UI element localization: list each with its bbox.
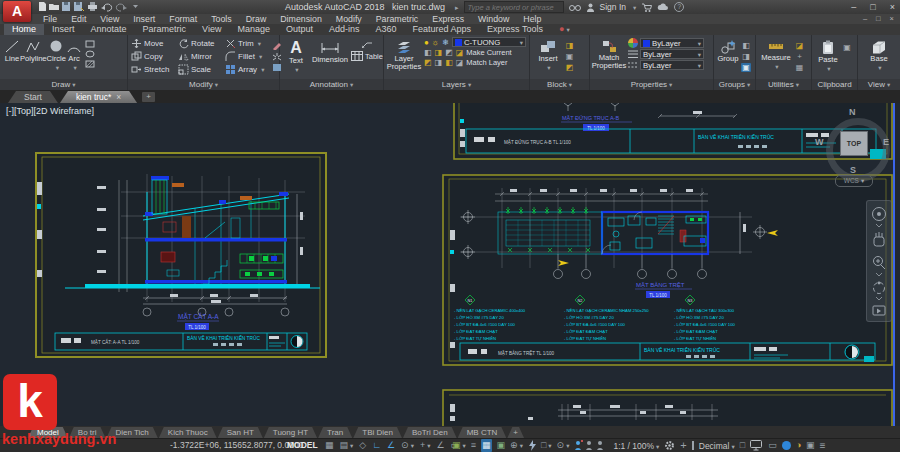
annotation-monitor-icon[interactable]: ≡ [471,439,476,452]
tab-home[interactable]: Home [4,24,44,35]
tab-view[interactable]: View [194,24,229,35]
move-button[interactable]: Move [131,38,178,49]
linetype-select[interactable]: ByLayer [640,60,704,70]
a360-status-icon[interactable] [782,441,791,450]
hatch-tool-icon[interactable] [85,60,95,68]
table-button[interactable]: Table [351,51,383,61]
object-color-select[interactable]: ByLayer [640,38,704,48]
infer-constraints-icon[interactable]: ◇ [359,439,366,452]
minimize-button[interactable]: – [851,0,856,14]
line-button[interactable]: Line [4,36,20,72]
graphics-performance-icon[interactable] [528,440,536,451]
hatch-bg-icon[interactable]: ▦ [481,439,492,452]
gear-icon[interactable] [664,440,675,451]
layer-tool-icon-7[interactable]: ◧ [445,58,453,67]
ortho-mode-icon[interactable]: ∟ [372,439,381,452]
menu-parametric[interactable]: Parametric [369,14,426,24]
panel-label-clipboard[interactable]: Clipboard [812,79,857,90]
cart-icon[interactable] [641,3,652,12]
tab-parametric[interactable]: Parametric [135,24,195,35]
quick-properties-icon[interactable]: □ [740,439,745,452]
drawing-canvas[interactable]: [-][Top][2D Wireframe] [0,103,900,426]
panel-label-block[interactable]: Block [530,79,589,90]
tab-featured-apps[interactable]: Featured Apps [405,24,480,35]
snap-mode-icon[interactable]: ▤ [340,439,354,452]
viewcube-top-face[interactable]: TOP [840,131,868,156]
panel-label-utilities[interactable]: Utilities [756,79,811,90]
tab-annotate[interactable]: Annotate [83,24,135,35]
time-icon[interactable]: ⊙ [557,439,570,452]
layer-tool-icon-1[interactable]: ◧ [424,48,432,57]
panel-label-layers[interactable]: Layers [384,79,529,90]
scale-button[interactable]: Scale [178,64,225,75]
panel-label-modify[interactable]: Modify [128,79,279,90]
units-cube-icon[interactable]: ▣ [497,439,506,452]
tab-manage[interactable]: Manage [229,24,278,35]
viewcube-north[interactable]: N [849,107,856,117]
trim-button[interactable]: Trim [225,38,272,49]
layer-select[interactable]: C-TUONG [452,37,526,47]
block-edit-icon[interactable]: ▣ [566,52,574,61]
object-snap-icon[interactable]: ∠ [436,439,444,452]
idpoint-icon[interactable]: ◪ [796,41,804,50]
measure-button[interactable]: Measure [759,37,793,72]
match-layer-button[interactable]: Match Layer [466,58,507,67]
lineweight-select[interactable]: ByLayer [640,49,704,59]
menu-dimension[interactable]: Dimension [273,14,329,24]
make-current-button[interactable]: Make Current [466,48,511,57]
fillet-button[interactable]: Fillet [225,51,272,62]
layout-tab-san-ht[interactable]: San HT [218,427,263,438]
menu-format[interactable]: Format [162,14,204,24]
block-sync-icon[interactable]: ◩ [566,63,574,72]
file-tab-start[interactable]: Start [8,91,58,103]
tab-addins[interactable]: Add-ins [321,24,368,35]
layer-tool-icon-8[interactable]: ◪ [456,58,464,67]
layout-tab-tuong-ht[interactable]: Tuong HT [264,427,317,438]
panel-label-annotation[interactable]: Annotation [280,79,383,90]
menu-tools[interactable]: Tools [204,14,239,24]
mirror-button[interactable]: Mirror [178,51,225,62]
rotate-button[interactable]: Rotate [178,38,225,49]
copy-button[interactable]: Copy [131,51,178,62]
layout-tab-botri-den[interactable]: BoTri Den [403,427,457,438]
viewcube[interactable]: N W E S TOP WCS [813,107,893,187]
group-edit-icon[interactable]: ◨ [742,52,750,61]
viewcube-east[interactable]: E [883,137,889,147]
search-binoculars-icon[interactable] [569,3,581,12]
qat-icons[interactable] [38,1,138,12]
new-layout-button[interactable]: + [507,427,524,438]
units-button[interactable]: Decimal [699,441,735,451]
monitor-icon[interactable] [750,440,763,451]
layout-tab-kich-thuoc[interactable]: Kich Thuoc [159,427,217,438]
viewport-controls[interactable]: [-][Top][2D Wireframe] [6,106,94,116]
panel-label-properties[interactable]: Properties [590,79,713,90]
doc-close-icon[interactable]: × [890,14,894,24]
layer-on-icon[interactable]: ● [424,38,429,47]
array-button[interactable]: Array [225,64,272,75]
leader-tool-icon[interactable] [361,41,373,49]
annotation-visibility-icons[interactable] [574,440,608,451]
circle-button[interactable]: Circle [47,36,66,72]
sign-in-button[interactable]: Sign In [600,2,626,12]
search-input[interactable] [464,1,564,13]
a360-cloud-icon[interactable] [657,3,669,11]
infocenter-arrow-icon[interactable]: ▸ [455,1,459,14]
customization-menu-icon[interactable]: ≡ [820,439,826,452]
layer-thaw-icon[interactable]: ☼ [432,38,439,47]
arc-button[interactable]: Arc [66,36,82,72]
viewcube-west[interactable]: W [815,137,824,147]
menu-view[interactable]: View [93,14,126,24]
tab-a360[interactable]: A360 [368,24,405,35]
tray-icon[interactable]: ▭ [768,439,777,452]
globe-icon[interactable]: ⊕ [510,439,523,452]
layout-tab-tbi-dien[interactable]: TBi Dien [353,427,402,438]
menu-express[interactable]: Express [425,14,471,24]
menu-draw[interactable]: Draw [239,14,274,24]
panel-label-draw[interactable]: Draw [0,79,127,90]
tab-express-tools[interactable]: Express Tools [479,24,551,35]
ungroup-icon[interactable]: ◧ [742,41,750,50]
layout-tab-tran[interactable]: Tran [318,427,352,438]
menu-help[interactable]: Help [516,14,548,24]
autocad-app-button[interactable]: A [3,1,31,22]
base-button[interactable]: Base [864,37,894,72]
